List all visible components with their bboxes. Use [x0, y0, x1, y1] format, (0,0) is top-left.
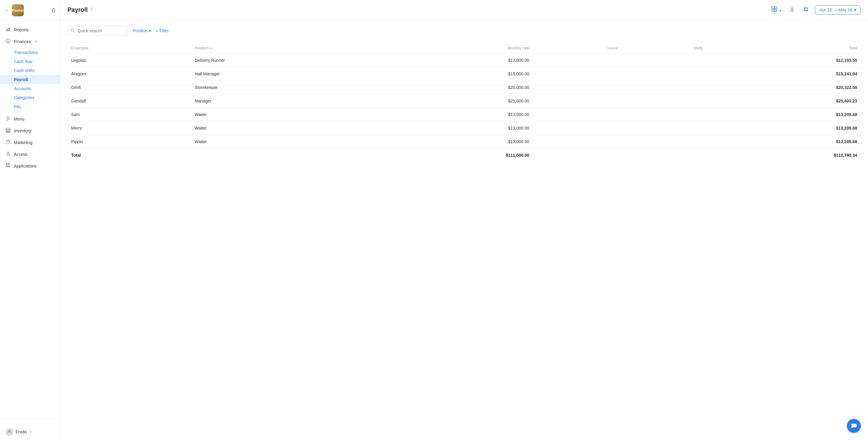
svg-rect-22 [772, 9, 774, 11]
cell-hours [533, 54, 621, 67]
svg-rect-10 [6, 130, 10, 131]
total-position [191, 149, 379, 162]
sidebar-item-pandl[interactable]: P&L [0, 102, 60, 111]
col-position[interactable]: Position ▾ [191, 43, 379, 54]
content-area: Position ▾ + Filter Employee Position ▾ … [60, 20, 868, 440]
sidebar-item-access-label: Access [14, 152, 27, 157]
print-button[interactable] [801, 4, 811, 15]
sidebar-item-marketing-label: Marketing [14, 140, 32, 145]
finances-dropdown-icon: ▾ [35, 39, 37, 43]
svg-point-14 [8, 154, 8, 155]
svg-rect-20 [772, 7, 774, 9]
sidebar-item-finances-label: Finances [14, 39, 31, 44]
display-icon[interactable]: ⎙ [52, 7, 55, 13]
table-row: Pippin Waiter $13,000.00 $13,209.68 [67, 135, 861, 149]
svg-rect-1 [7, 28, 8, 31]
add-filter-button[interactable]: + Filter [156, 28, 169, 33]
position-dropdown-icon: ▾ [149, 28, 151, 33]
total-label: Total [67, 149, 191, 162]
applications-icon [5, 163, 11, 169]
sidebar-item-marketing[interactable]: Marketing [0, 136, 60, 148]
user-name: Frodo [16, 430, 27, 434]
cell-employee: Aragorn [67, 67, 191, 81]
cell-hours [533, 135, 621, 149]
date-range-button[interactable]: Apr 16 — May 16 ▾ [815, 5, 861, 14]
marketing-icon [5, 139, 11, 145]
position-filter-button[interactable]: Position ▾ [133, 28, 151, 33]
payroll-table: Employee Position ▾ Monthly rate Hours S… [67, 43, 861, 162]
cell-monthly-rate: $15,000.00 [379, 67, 533, 81]
main-header: Payroll 7 ▾ Apr 16 — May 16 ▾ [60, 0, 868, 20]
sidebar-item-finances[interactable]: $ Finances ▾ [0, 36, 60, 47]
main-content: Payroll 7 ▾ Apr 16 — May 16 ▾ [60, 0, 868, 440]
sidebar-item-transactions[interactable]: Transactions [0, 48, 60, 57]
cell-total: $13,209.68 [707, 135, 861, 149]
sidebar-header: ‹ Poster ⎙ [0, 0, 60, 21]
svg-rect-16 [8, 163, 10, 165]
col-shifts: Shifts [621, 43, 707, 54]
menu-icon [5, 116, 11, 122]
table-header-row: Employee Position ▾ Monthly rate Hours S… [67, 43, 861, 54]
cell-hours [533, 81, 621, 94]
back-button[interactable]: ‹ [5, 6, 9, 14]
table-row: Gimli Storekeeper $20,000.00 $20,322.58 [67, 81, 861, 94]
finances-subnav: Transactions Cash flow Cash shifts Payro… [0, 47, 60, 113]
sidebar-item-reports[interactable]: Reports [0, 24, 60, 36]
user-menu[interactable]: Frodo ▾ [0, 423, 60, 440]
position-sort-icon: ▾ [210, 46, 212, 50]
svg-rect-6 [6, 118, 10, 119]
inventory-icon [5, 128, 11, 133]
reports-icon [5, 27, 11, 33]
svg-rect-8 [6, 120, 8, 121]
export-button[interactable] [787, 4, 797, 15]
svg-rect-23 [775, 9, 777, 11]
table-row: Aragorn Hall Manager $15,000.00 $15,241.… [67, 67, 861, 81]
sidebar-item-applications[interactable]: Applications [0, 160, 60, 172]
search-wrap [67, 26, 128, 36]
sidebar-navigation: Reports $ Finances ▾ Transactions Cash f… [0, 21, 60, 423]
sidebar-item-menu-label: Menu [14, 117, 24, 121]
cell-shifts [621, 121, 707, 135]
col-employee: Employee [67, 43, 191, 54]
cell-monthly-rate: $12,000.00 [379, 54, 533, 67]
cell-employee: Merry [67, 121, 191, 135]
sidebar-item-inventory[interactable]: Inventory [0, 125, 60, 136]
sidebar-item-accounts[interactable]: Accounts [0, 84, 60, 93]
cell-shifts [621, 135, 707, 149]
svg-rect-5 [6, 117, 10, 117]
sidebar-item-inventory-label: Inventory [14, 128, 31, 133]
total-monthly-rate: $111,000.00 [379, 149, 533, 162]
cell-total: $13,209.68 [707, 121, 861, 135]
cell-hours [533, 108, 621, 121]
cell-hours [533, 94, 621, 108]
sidebar-item-applications-label: Applications [14, 164, 37, 168]
cell-hours [533, 121, 621, 135]
sidebar-item-cashshifts[interactable]: Cash shifts [0, 66, 60, 75]
date-range-label: Apr 16 — May 16 [819, 7, 852, 12]
svg-rect-24 [804, 8, 808, 11]
cell-shifts [621, 54, 707, 67]
sidebar-item-menu[interactable]: Menu [0, 113, 60, 125]
cell-total: $20,322.58 [707, 81, 861, 94]
access-icon [5, 151, 11, 157]
sidebar: ‹ Poster ⎙ Reports $ Finances ▾ Transact… [0, 0, 60, 440]
col-total: Total [707, 43, 861, 54]
table-view-button[interactable]: ▾ [770, 4, 783, 15]
sidebar-item-payroll[interactable]: Payroll [0, 75, 60, 84]
svg-rect-2 [9, 27, 10, 31]
svg-point-25 [807, 9, 808, 10]
total-hours [533, 149, 621, 162]
chat-button[interactable] [847, 419, 861, 433]
table-total-row: Total $111,000.00 $112,790.34 [67, 149, 861, 162]
sidebar-item-categories[interactable]: Categories [0, 93, 60, 102]
sidebar-item-cashflow[interactable]: Cash flow [0, 57, 60, 66]
cell-position: Delivery Runner [191, 54, 379, 67]
cell-shifts [621, 94, 707, 108]
cell-employee: Gimli [67, 81, 191, 94]
cell-position: Manager [191, 94, 379, 108]
cell-total: $25,403.23 [707, 94, 861, 108]
sidebar-item-access[interactable]: Access [0, 148, 60, 160]
cell-position: Waiter [191, 108, 379, 121]
search-input[interactable] [67, 26, 128, 36]
cell-hours [533, 67, 621, 81]
